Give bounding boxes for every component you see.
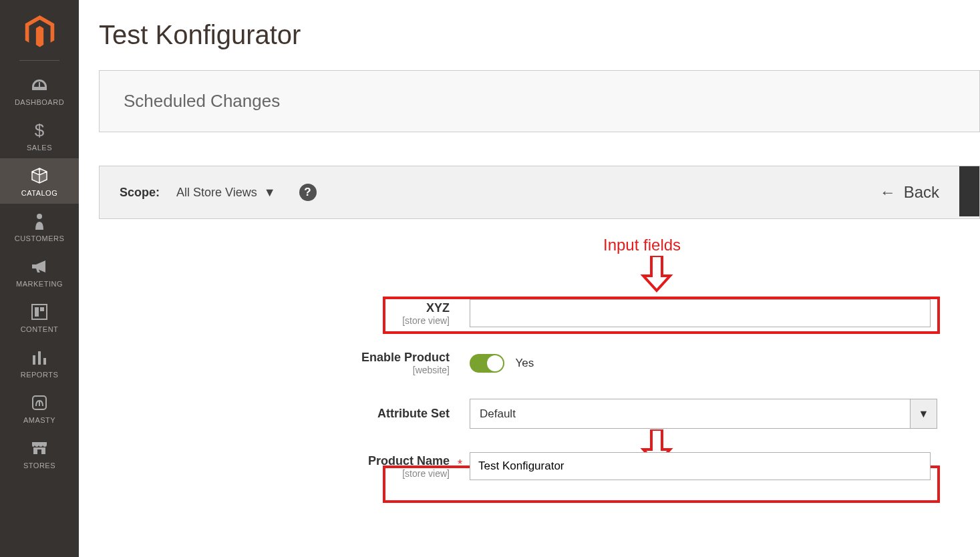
svg-rect-7 — [43, 358, 46, 365]
nav-reports[interactable]: REPORTS — [0, 340, 79, 385]
store-icon — [0, 439, 79, 457]
product-name-label: Product Name — [368, 454, 450, 468]
nav-label: MARKETING — [0, 280, 79, 288]
svg-rect-3 — [35, 307, 39, 317]
nav-label: CUSTOMERS — [0, 234, 79, 242]
caret-down-icon: ▼ — [264, 186, 276, 200]
product-name-scope: [store view] — [99, 468, 450, 479]
nav-customers[interactable]: CUSTOMERS — [0, 204, 79, 249]
megaphone-icon — [0, 257, 79, 276]
dollar-icon: $ — [0, 121, 79, 140]
svg-point-1 — [37, 214, 42, 219]
chevron-down-icon: ▼ — [910, 399, 937, 428]
nav-amasty[interactable]: AMASTY — [0, 385, 79, 431]
xyz-scope: [store view] — [99, 315, 450, 326]
xyz-input[interactable] — [470, 299, 931, 327]
attribute-set-label: Attribute Set — [377, 407, 450, 420]
scope-value-text: All Store Views — [176, 186, 257, 200]
nav-label: DASHBOARD — [0, 98, 79, 106]
attribute-set-select[interactable]: Default ▼ — [470, 399, 937, 429]
nav-label: CONTENT — [0, 325, 79, 333]
nav-marketing[interactable]: MARKETING — [0, 249, 79, 295]
dashboard-icon — [0, 75, 79, 94]
enable-product-value: Yes — [515, 357, 534, 369]
annotation-arrow-icon — [640, 256, 673, 293]
sidebar-divider — [19, 60, 59, 61]
scheduled-changes-title: Scheduled Changes — [124, 91, 955, 112]
action-button[interactable] — [959, 166, 979, 216]
enable-product-label: Enable Product — [361, 351, 450, 364]
attribute-set-value: Default — [470, 407, 910, 421]
layout-icon — [0, 303, 79, 321]
page-title: Test Konfigurator — [99, 20, 980, 50]
nav-label: SALES — [0, 144, 79, 152]
annotation-label: Input fields — [603, 236, 681, 254]
toolbar: Scope: All Store Views ▼ ? ← Back — [99, 166, 980, 219]
scope-selector[interactable]: All Store Views ▼ — [176, 186, 276, 200]
svg-rect-6 — [38, 351, 41, 365]
sidebar: DASHBOARD $ SALES CATALOG CUSTOMERS MARK… — [0, 0, 79, 557]
box-icon — [0, 166, 79, 185]
arrow-left-icon: ← — [880, 183, 896, 202]
nav-label: AMASTY — [0, 416, 79, 424]
svg-text:$: $ — [35, 122, 45, 139]
nav-label: CATALOG — [0, 189, 79, 197]
required-indicator: * — [458, 457, 462, 472]
person-icon — [0, 212, 79, 230]
enable-product-toggle[interactable] — [470, 354, 504, 373]
product-name-input[interactable] — [470, 452, 931, 480]
nav-catalog[interactable]: CATALOG — [0, 158, 79, 204]
nav-stores[interactable]: STORES — [0, 431, 79, 476]
nav-label: REPORTS — [0, 371, 79, 379]
xyz-label: XYZ — [426, 301, 450, 315]
nav-dashboard[interactable]: DASHBOARD — [0, 67, 79, 113]
back-label: Back — [904, 183, 939, 202]
help-icon[interactable]: ? — [299, 184, 317, 201]
enable-product-scope: [website] — [99, 365, 450, 375]
form: XYZ [store view] Enable Product [website… — [99, 246, 980, 480]
back-button[interactable]: ← Back — [880, 183, 939, 202]
amasty-icon — [0, 393, 79, 412]
svg-rect-5 — [33, 355, 35, 365]
svg-rect-2 — [32, 305, 47, 319]
nav-content[interactable]: CONTENT — [0, 295, 79, 340]
scheduled-changes-panel: Scheduled Changes — [99, 70, 980, 132]
bars-icon — [0, 348, 79, 367]
main-content: Test Konfigurator Scheduled Changes Scop… — [79, 0, 980, 557]
nav-sales[interactable]: $ SALES — [0, 113, 79, 158]
svg-rect-4 — [40, 307, 44, 311]
magento-logo[interactable] — [23, 13, 56, 50]
nav-label: STORES — [0, 461, 79, 470]
scope-label: Scope: — [120, 186, 160, 200]
